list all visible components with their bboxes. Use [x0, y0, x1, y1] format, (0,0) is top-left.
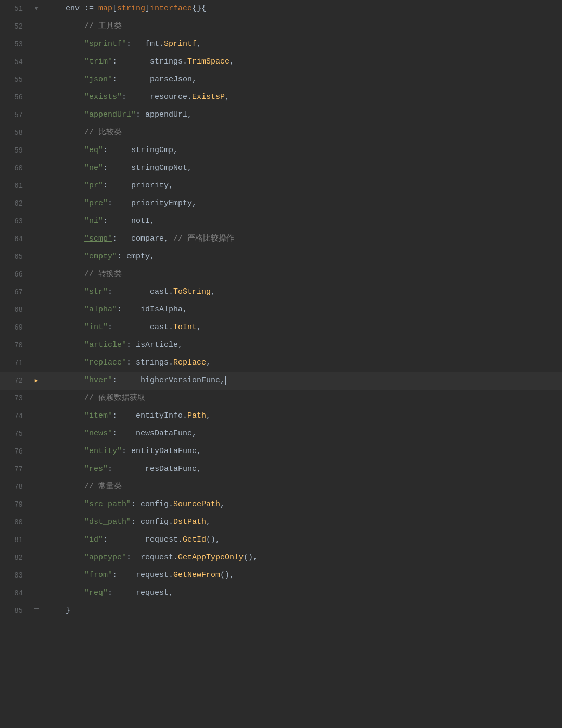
token: : — [108, 584, 136, 602]
token: priorityEmpty — [131, 195, 192, 212]
token: (), — [220, 567, 234, 584]
token: idIsAlpha — [140, 301, 183, 319]
token: , — [169, 177, 173, 195]
token: ToInt — [173, 319, 197, 336]
token: ] — [145, 0, 150, 18]
token: [ — [112, 0, 117, 18]
text-cursor — [225, 376, 226, 385]
line-content: // 比较类 — [42, 124, 562, 142]
token: empty — [126, 248, 150, 266]
code-line: 81 "id": request.GetId(), — [0, 531, 562, 549]
token: : — [117, 301, 140, 319]
token: : — [112, 425, 136, 443]
token: {}{ — [192, 0, 206, 18]
token: , — [192, 195, 197, 212]
fold-icon[interactable]: ▼ — [35, 0, 39, 18]
token: : — [103, 531, 145, 549]
token: . — [169, 319, 173, 336]
line-number: 74 — [0, 407, 31, 425]
line-content: "src_path": config.SourcePath, — [42, 496, 562, 513]
code-line: 63 "ni": notI, — [0, 212, 562, 230]
code-line: 65 "empty": empty, — [0, 248, 562, 266]
token: : — [126, 35, 145, 53]
token: : — [112, 230, 131, 248]
token: cast — [150, 319, 169, 336]
token: : — [131, 513, 140, 531]
token: : — [112, 372, 140, 390]
token: , — [220, 372, 225, 390]
token: . — [169, 354, 173, 372]
token: : — [108, 195, 131, 212]
token: . — [183, 407, 187, 425]
token: "from" — [84, 567, 112, 584]
line-content: "req": request, — [42, 584, 562, 602]
token: Sprintf — [164, 35, 197, 53]
token: "article" — [84, 336, 126, 354]
token: , — [169, 584, 173, 602]
token: , — [197, 319, 201, 336]
token: Path — [187, 407, 206, 425]
token: , — [229, 53, 234, 71]
token: , — [192, 425, 197, 443]
token: : — [126, 354, 136, 372]
fold-collapsed-icon[interactable] — [34, 608, 39, 613]
arrow-icon: ▶ — [35, 372, 39, 390]
line-number: 69 — [0, 319, 31, 336]
token: : — [108, 460, 145, 478]
token: entityDataFunc — [131, 443, 197, 460]
line-number: 65 — [0, 248, 31, 266]
token: priority — [131, 177, 169, 195]
line-number: 78 — [0, 478, 31, 496]
token: . — [169, 567, 173, 584]
code-line: 51▼ env := map[string]interface{}{ — [0, 0, 562, 18]
token: , — [197, 35, 201, 53]
token: GetId — [183, 531, 206, 549]
token: stringCmpNot — [131, 159, 187, 177]
line-content: "dst_path": config.DstPath, — [42, 513, 562, 531]
line-content: "pre": priorityEmpty, — [42, 195, 562, 212]
token: map — [98, 0, 112, 18]
line-number: 58 — [0, 124, 31, 142]
token: parseJson — [150, 71, 192, 89]
code-line: 70 "article": isArticle, — [0, 336, 562, 354]
code-line: 66 // 转换类 — [0, 266, 562, 283]
line-content: "int": cast.ToInt, — [42, 319, 562, 336]
token: // 比较类 — [84, 124, 122, 142]
token: , — [225, 89, 229, 106]
token: : — [103, 177, 131, 195]
token: (), — [244, 549, 258, 567]
token: fmt — [145, 35, 159, 53]
line-number: 60 — [0, 159, 31, 177]
line-number: 73 — [0, 390, 31, 407]
line-number: 52 — [0, 18, 31, 35]
token: "trim" — [84, 53, 112, 71]
line-number: 51 — [0, 0, 31, 18]
token: string — [117, 0, 145, 18]
token: . — [159, 35, 164, 53]
line-content: "exists": resource.ExistsP, — [42, 89, 562, 106]
token: "item" — [84, 407, 112, 425]
line-content: "entity": entityDataFunc, — [42, 443, 562, 460]
line-number: 61 — [0, 177, 31, 195]
code-line: 84 "req": request, — [0, 584, 562, 602]
line-number: 55 — [0, 71, 31, 89]
token: : — [112, 407, 136, 425]
token: compare — [131, 230, 164, 248]
line-content: // 常量类 — [42, 478, 562, 496]
line-number: 54 — [0, 53, 31, 71]
line-number: 67 — [0, 283, 31, 301]
line-number: 85 — [0, 602, 31, 620]
code-line: 60 "ne": stringCmpNot, — [0, 159, 562, 177]
token: "ne" — [84, 159, 103, 177]
token: , — [206, 407, 211, 425]
code-line: 71 "replace": strings.Replace, — [0, 354, 562, 372]
token: notI — [131, 212, 150, 230]
token: appendUrl — [145, 106, 187, 124]
token: "news" — [84, 425, 112, 443]
token: "hver" — [84, 372, 112, 390]
code-line: 68 "alpha": idIsAlpha, — [0, 301, 562, 319]
token: , — [192, 71, 197, 89]
token: "exists" — [84, 89, 122, 106]
token: "empty" — [84, 248, 117, 266]
token: : — [112, 53, 150, 71]
